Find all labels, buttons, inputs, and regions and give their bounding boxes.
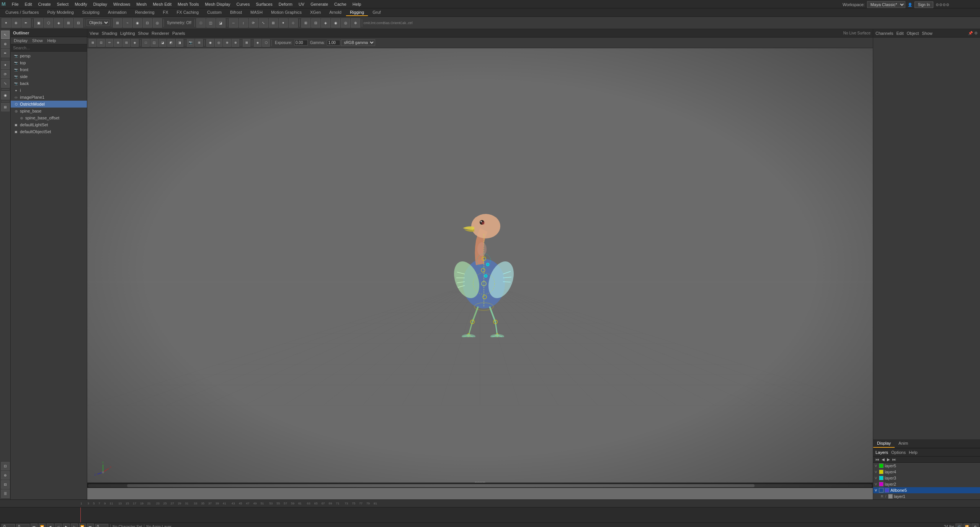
- vp-tab-shading[interactable]: Shading: [102, 31, 117, 36]
- tool-move[interactable]: ✦: [1, 61, 10, 69]
- audio-btn[interactable]: 🔊: [956, 524, 962, 527]
- toolbar-btn1[interactable]: ▣: [34, 18, 43, 28]
- layer-item-layer4[interactable]: V layer4: [873, 469, 980, 475]
- playback-end-field[interactable]: [95, 524, 108, 527]
- toolbar-lasso[interactable]: ⊕: [11, 18, 21, 28]
- tab-sculpting[interactable]: Sculpting: [78, 9, 103, 16]
- vp-select-1[interactable]: ◉: [206, 39, 214, 47]
- layer-nav-start[interactable]: ⏮: [875, 457, 879, 462]
- tree-item-top[interactable]: 📷top: [11, 59, 87, 66]
- tab-animation[interactable]: Animation: [104, 9, 131, 16]
- toolbar-xform6[interactable]: ✦: [279, 18, 288, 28]
- tree-item-imagePlane1[interactable]: ▭imagePlane1: [11, 94, 87, 101]
- toolbar-paint[interactable]: ✒: [21, 18, 31, 28]
- rp-object[interactable]: Object: [906, 31, 919, 36]
- tab-curves-surfaces[interactable]: Curves / Surfaces: [2, 9, 42, 16]
- tool-bottom-1[interactable]: ⊡: [1, 462, 10, 470]
- toolbar-btn3[interactable]: ◈: [54, 18, 63, 28]
- transport-start[interactable]: ⏮: [31, 524, 38, 527]
- tree-item-side[interactable]: 📷side: [11, 73, 87, 80]
- tree-item-back[interactable]: 📷back: [11, 80, 87, 87]
- layer-nav-end[interactable]: ⏭: [892, 457, 896, 462]
- layers-tab-layers[interactable]: Layers: [875, 450, 888, 455]
- tool-bottom-3[interactable]: ⊟: [1, 480, 10, 489]
- layer-item-layer2[interactable]: V layer2: [873, 481, 980, 487]
- menu-mesh[interactable]: Mesh: [133, 1, 150, 7]
- toolbar-xform5[interactable]: ⊞: [269, 18, 278, 28]
- vp-select-2[interactable]: ◎: [215, 39, 222, 47]
- transport-play-forward[interactable]: ▶: [63, 524, 70, 527]
- tab-bifrost[interactable]: Bifrost: [226, 9, 246, 16]
- layer4-vis[interactable]: V: [875, 470, 877, 474]
- snap-live[interactable]: ◎: [153, 18, 162, 28]
- menu-mesh-tools[interactable]: Mesh Tools: [175, 1, 202, 7]
- vp-select-3[interactable]: ⊕: [223, 39, 231, 47]
- sign-in-button[interactable]: Sign In: [915, 2, 933, 8]
- tab-poly-modeling[interactable]: Poly Modeling: [43, 9, 77, 16]
- vp-wireframe[interactable]: ⬡: [262, 39, 270, 47]
- menu-create[interactable]: Create: [35, 1, 54, 7]
- vp-tab-renderer[interactable]: Renderer: [152, 31, 169, 36]
- vp-tool-4[interactable]: ⊕: [114, 39, 122, 47]
- tool-paint[interactable]: ✒: [1, 49, 10, 57]
- toolbar-anim6[interactable]: ⊕: [351, 18, 360, 28]
- vp-select-4[interactable]: ⊗: [232, 39, 239, 47]
- toolbar-xform3[interactable]: ⟳: [249, 18, 258, 28]
- range-start-field[interactable]: [2, 524, 15, 527]
- transport-end[interactable]: ⏭: [87, 524, 94, 527]
- tool-soft-sel[interactable]: ◉: [1, 91, 10, 100]
- menu-windows[interactable]: Windows: [110, 1, 134, 7]
- tab-fx-caching[interactable]: FX Caching: [173, 9, 203, 16]
- menu-deform[interactable]: Deform: [276, 1, 296, 7]
- rp-settings-icon[interactable]: ⚙: [974, 31, 978, 35]
- tab-xgen[interactable]: XGen: [306, 9, 325, 16]
- vp-tab-lighting[interactable]: Lighting: [120, 31, 135, 36]
- vp-camera-2[interactable]: ⊞: [195, 39, 203, 47]
- toolbar-anim1[interactable]: ⊞: [301, 18, 310, 28]
- menu-curves[interactable]: Curves: [234, 1, 253, 7]
- rp-channels[interactable]: Channels: [875, 31, 893, 36]
- tab-rendering[interactable]: Rendering: [131, 9, 158, 16]
- tree-item-OstrichModel[interactable]: ⬡OstrichModel: [11, 101, 87, 108]
- rp-pin-icon[interactable]: 📌: [968, 31, 973, 35]
- tab-motion-graphics[interactable]: Motion Graphics: [267, 9, 305, 16]
- vp-shading-1[interactable]: □: [142, 39, 150, 47]
- settings-btn[interactable]: ⚙: [972, 524, 978, 527]
- loop-btn[interactable]: 🔁: [964, 524, 970, 527]
- transport-next-frame[interactable]: ▷: [71, 524, 78, 527]
- vp-tab-panels[interactable]: Panels: [172, 31, 185, 36]
- tool-snap[interactable]: ⊞: [1, 103, 10, 111]
- menu-generate[interactable]: Generate: [307, 1, 331, 7]
- menu-cache[interactable]: Cache: [331, 1, 350, 7]
- snap-point[interactable]: ◉: [133, 18, 142, 28]
- menu-mesh-display[interactable]: Mesh Display: [202, 1, 234, 7]
- viewport-scrollbar[interactable]: [87, 483, 873, 488]
- menu-surfaces[interactable]: Surfaces: [253, 1, 275, 7]
- tool-scale[interactable]: ⤡: [1, 79, 10, 88]
- tab-arnold[interactable]: Arnold: [325, 9, 345, 16]
- layer-item-allbone5[interactable]: V Allbone5: [873, 487, 980, 493]
- menu-modify[interactable]: Modify: [72, 1, 90, 7]
- outliner-menu-display[interactable]: Display: [12, 38, 29, 43]
- menu-mesh-edit[interactable]: Mesh Edit: [150, 1, 175, 7]
- menu-help[interactable]: Help: [350, 1, 364, 7]
- viewport-canvas[interactable]: X Y Z persp: [87, 48, 873, 488]
- menu-select[interactable]: Select: [54, 1, 72, 7]
- vp-tab-show[interactable]: Show: [138, 31, 149, 36]
- tool-bottom-4[interactable]: ☰: [1, 489, 10, 498]
- toolbar-btn4[interactable]: ⊞: [64, 18, 73, 28]
- tab-custom[interactable]: Custom: [203, 9, 225, 16]
- menu-display[interactable]: Display: [90, 1, 110, 7]
- allbone5-vis[interactable]: V: [875, 488, 877, 492]
- toolbar-render3[interactable]: ◪: [216, 18, 225, 28]
- gamma-select[interactable]: sRGB gamma: [341, 39, 375, 46]
- toolbar-anim2[interactable]: ⊟: [311, 18, 320, 28]
- toolbar-render1[interactable]: □: [196, 18, 206, 28]
- tool-bottom-2[interactable]: ⊛: [1, 471, 10, 480]
- transport-prev-key[interactable]: ⏪: [39, 524, 46, 527]
- current-frame-field[interactable]: [16, 524, 29, 527]
- vp-camera-1[interactable]: 📷: [187, 39, 194, 47]
- toolbar-btn5[interactable]: ⊟: [74, 18, 83, 28]
- tree-item-persp[interactable]: 📷persp: [11, 52, 87, 59]
- vp-tool-1[interactable]: ⊞: [89, 39, 96, 47]
